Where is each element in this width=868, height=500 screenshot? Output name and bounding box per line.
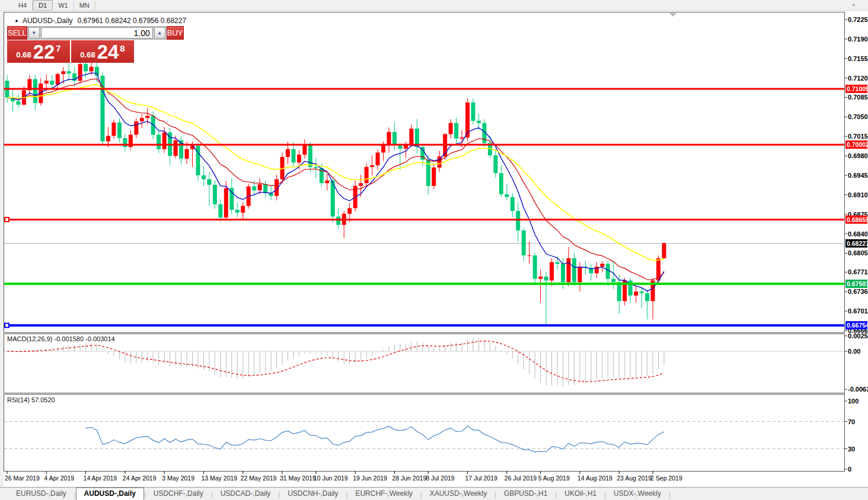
tab-gbpusd-h1[interactable]: GBPUSD-,H1 (496, 488, 555, 500)
tab-usdchf-daily[interactable]: USDCHF-,Daily (146, 488, 211, 500)
svg-text:0.67360: 0.67360 (848, 288, 868, 295)
buy-price-quote[interactable]: 0.68248 (71, 40, 134, 63)
symbol-arrow-icon: ▲ (14, 18, 19, 23)
volume-increase-button[interactable]: ▲ (154, 27, 165, 39)
svg-text:28 Jun 2019: 28 Jun 2019 (392, 475, 426, 482)
svg-text:8 Jul 2019: 8 Jul 2019 (426, 475, 455, 482)
chart-canvas[interactable]: 0.722500.719000.715500.712000.708500.705… (0, 11, 868, 500)
svg-text:23 Aug 2019: 23 Aug 2019 (617, 475, 652, 482)
svg-text:5 Aug 2019: 5 Aug 2019 (538, 475, 570, 482)
svg-text:0.70500: 0.70500 (848, 113, 868, 120)
sell-price-big: 22 (33, 43, 55, 61)
svg-text:0.71550: 0.71550 (848, 55, 868, 62)
line-drag-handle (5, 323, 9, 328)
rsi-indicator-label: RSI(14) 57.0520 (7, 396, 55, 403)
svg-text:14 Aug 2019: 14 Aug 2019 (577, 475, 612, 482)
svg-text:13 May 2019: 13 May 2019 (201, 475, 237, 482)
svg-text:24 Apr 2019: 24 Apr 2019 (123, 475, 157, 482)
svg-text:17 Jul 2019: 17 Jul 2019 (465, 475, 497, 482)
chart-symbol-label: AUDUSD-,Daily (23, 17, 73, 25)
volume-input[interactable] (41, 27, 153, 39)
svg-text:0.71900: 0.71900 (848, 36, 868, 43)
svg-text:-0.006326: -0.006326 (848, 386, 868, 393)
svg-text:0: 0 (848, 466, 851, 473)
svg-text:0.72250: 0.72250 (848, 16, 868, 23)
svg-text:2 Sep 2019: 2 Sep 2019 (650, 475, 682, 482)
tab-usdcnh-daily[interactable]: USDCNH-,Daily (280, 488, 346, 500)
svg-text:31 May 2019: 31 May 2019 (280, 475, 316, 482)
sell-price-small: 0.68 (16, 50, 31, 59)
tab-audusd-daily[interactable]: AUDUSD-,Daily (76, 488, 144, 500)
svg-text:0.69100: 0.69100 (848, 191, 868, 198)
buy-price-sup: 8 (120, 43, 125, 53)
line-drag-handle (5, 217, 9, 222)
svg-text:4 Apr 2019: 4 Apr 2019 (44, 475, 74, 482)
volume-stepper: ▼ ▲ (27, 26, 167, 40)
svg-text:0.68655: 0.68655 (847, 216, 868, 223)
svg-text:0.71005: 0.71005 (847, 85, 868, 92)
svg-text:0.66754: 0.66754 (847, 322, 868, 329)
svg-text:22 May 2019: 22 May 2019 (241, 475, 277, 482)
tab-eurusd-daily[interactable]: EURUSD-,Daily (8, 488, 74, 500)
svg-text:26 Mar 2019: 26 Mar 2019 (5, 475, 40, 482)
svg-text:0.68227: 0.68227 (847, 240, 868, 247)
sell-price-quote[interactable]: 0.68227 (7, 40, 70, 63)
macd-indicator-label: MACD(12,26,9) -0.001580 -0.003014 (7, 335, 115, 342)
tab-usdx-weekly[interactable]: USDX-,Weekly (606, 488, 669, 500)
svg-text:10 Jun 2019: 10 Jun 2019 (314, 475, 348, 482)
svg-text:0.71200: 0.71200 (848, 75, 868, 82)
timeframe-button-h4[interactable]: H4 (13, 1, 33, 10)
tab-ukoil-h1[interactable]: UKOil-,H1 (557, 488, 604, 500)
buy-price-small: 0.68 (80, 50, 95, 59)
svg-text:0.69450: 0.69450 (848, 172, 868, 179)
sell-button[interactable]: SELL (7, 26, 27, 40)
svg-text:0.00: 0.00 (848, 348, 860, 355)
svg-text:19 Jun 2019: 19 Jun 2019 (353, 475, 387, 482)
timeframe-button-d1[interactable]: D1 (33, 0, 53, 11)
chart-title: ▲AUDUSD-,Daily0.67961 0.68242 0.67956 0.… (14, 17, 186, 25)
svg-text:30: 30 (848, 445, 855, 453)
svg-text:0.70850: 0.70850 (848, 94, 868, 101)
tab-xauusd-weekly[interactable]: XAUUSD-,Weekly (422, 488, 494, 500)
tab-eurchf-weekly[interactable]: EURCHF-,Weekly (347, 488, 420, 500)
svg-text:70: 70 (848, 418, 855, 425)
trading-app-window: { "toolbar": { "timeframes": [ {"label":… (0, 0, 868, 500)
svg-text:14 Apr 2019: 14 Apr 2019 (84, 475, 117, 482)
volume-decrease-button[interactable]: ▼ (28, 27, 40, 39)
buy-button[interactable]: BUY (167, 26, 184, 40)
one-click-trading-panel: SELL ▼ ▲ BUY 0.68227 0.68248 (7, 26, 135, 63)
svg-text:0.68400: 0.68400 (848, 230, 868, 238)
chart-ohlc-values: 0.67961 0.68242 0.67956 0.68227 (78, 17, 187, 25)
svg-text:26 Jul 2019: 26 Jul 2019 (505, 475, 537, 482)
timeframe-button-mn[interactable]: MN (74, 1, 95, 10)
symbol-tab-bar: EURUSD-,Daily|AUDUSD-,Daily|USDCHF-,Dail… (0, 487, 868, 500)
buy-price-big: 24 (97, 43, 119, 61)
svg-text:0.002574: 0.002574 (848, 332, 868, 339)
svg-text:0.70002: 0.70002 (847, 141, 868, 148)
timeframe-toolbar: H4D1W1MN (0, 0, 868, 11)
toolbar-scroll-icon[interactable]: ▴ (852, 1, 855, 7)
svg-text:3 May 2019: 3 May 2019 (162, 475, 194, 482)
tab-usdcad-daily[interactable]: USDCAD-,Daily (213, 488, 279, 500)
svg-text:0.67501: 0.67501 (847, 280, 868, 287)
svg-text:0.69800: 0.69800 (848, 152, 868, 159)
svg-text:0.70150: 0.70150 (848, 133, 868, 140)
timeframe-button-w1[interactable]: W1 (53, 1, 74, 10)
tab-separator: | (669, 491, 671, 498)
svg-text:100: 100 (848, 398, 859, 405)
sell-price-sup: 7 (56, 43, 60, 53)
svg-text:0.67010: 0.67010 (848, 307, 868, 315)
svg-text:0.67710: 0.67710 (848, 268, 868, 275)
svg-text:0.68050: 0.68050 (848, 249, 868, 257)
